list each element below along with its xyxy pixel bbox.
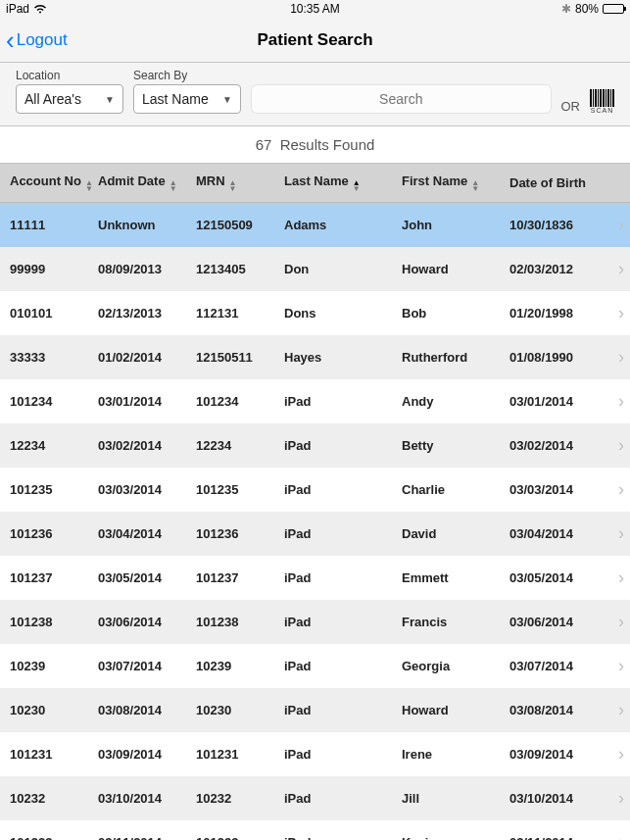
col-last-name[interactable]: Last Name▲▼	[284, 173, 402, 192]
cell-admit: 03/02/2014	[98, 438, 196, 453]
chevron-left-icon: ‹	[6, 27, 15, 53]
cell-dob: 03/09/2014	[509, 747, 612, 762]
cell-admit: 03/09/2014	[98, 747, 196, 762]
cell-account: 101237	[10, 570, 98, 585]
cell-mrn: 101231	[196, 747, 284, 762]
location-value: All Area's	[24, 91, 81, 107]
cell-last: iPad	[284, 703, 402, 717]
cell-account: 11111	[10, 218, 98, 232]
cell-account: 101231	[10, 747, 98, 762]
cell-mrn: 10230	[196, 703, 284, 717]
logout-button[interactable]: ‹ Logout	[0, 27, 68, 53]
table-row[interactable]: 101231 03/09/2014 101231 iPad Irene 03/0…	[0, 732, 630, 776]
table-row[interactable]: 11111 Unknown 12150509 Adams John 10/30/…	[0, 203, 630, 247]
table-row[interactable]: 101234 03/01/2014 101234 iPad Andy 03/01…	[0, 379, 630, 423]
col-dob[interactable]: Date of Birth	[509, 175, 612, 190]
cell-admit: 03/07/2014	[98, 659, 196, 673]
searchby-label: Search By	[133, 69, 241, 82]
sort-icon: ▲▼	[170, 180, 177, 192]
cell-last: iPad	[284, 791, 402, 806]
cell-admit: 08/09/2013	[98, 262, 196, 276]
cell-dob: 10/30/1836	[509, 218, 612, 232]
back-label: Logout	[17, 30, 68, 50]
cell-admit: 02/13/2013	[98, 306, 196, 321]
caret-down-icon: ▼	[105, 94, 115, 105]
cell-dob: 03/01/2014	[509, 394, 612, 409]
col-account[interactable]: Account No▲▼	[10, 173, 98, 192]
cell-admit: 03/08/2014	[98, 703, 196, 717]
cell-account: 99999	[10, 262, 98, 276]
table-row[interactable]: 101235 03/03/2014 101235 iPad Charlie 03…	[0, 468, 630, 512]
or-label: OR	[561, 99, 581, 114]
caret-down-icon: ▼	[222, 94, 232, 105]
cell-first: Rutherford	[402, 350, 509, 365]
cell-admit: 03/10/2014	[98, 791, 196, 806]
sort-icon: ▲▼	[353, 180, 361, 192]
cell-dob: 03/10/2014	[509, 791, 612, 806]
cell-first: Francis	[402, 615, 509, 629]
chevron-right-icon: ›	[612, 832, 630, 840]
cell-first: Howard	[402, 262, 509, 276]
cell-account: 10230	[10, 703, 98, 717]
cell-dob: 03/04/2014	[509, 526, 612, 541]
cell-admit: 03/01/2014	[98, 394, 196, 409]
col-admit-date[interactable]: Admit Date▲▼	[98, 173, 196, 192]
col-mrn[interactable]: MRN▲▼	[196, 173, 284, 192]
cell-account: 10232	[10, 791, 98, 806]
cell-last: Adams	[284, 218, 402, 232]
table-row[interactable]: 101237 03/05/2014 101237 iPad Emmett 03/…	[0, 556, 630, 600]
clock: 10:35 AM	[290, 2, 340, 16]
cell-account: 12234	[10, 438, 98, 453]
table-row[interactable]: 10232 03/10/2014 10232 iPad Jill 03/10/2…	[0, 776, 630, 820]
cell-first: David	[402, 526, 509, 541]
battery-icon	[603, 4, 624, 14]
results-number: 67	[256, 136, 272, 153]
results-count: 67 Results Found	[0, 126, 630, 164]
search-input[interactable]	[251, 84, 552, 114]
table-row[interactable]: 101238 03/06/2014 101238 iPad Francis 03…	[0, 600, 630, 644]
searchby-dropdown[interactable]: Last Name ▼	[133, 84, 241, 114]
cell-admit: 03/03/2014	[98, 482, 196, 497]
chevron-right-icon: ›	[612, 700, 630, 720]
cell-last: iPad	[284, 482, 402, 497]
cell-dob: 03/07/2014	[509, 659, 612, 673]
table-row[interactable]: 33333 01/02/2014 12150511 Hayes Rutherfo…	[0, 335, 630, 379]
table-row[interactable]: 010101 02/13/2013 112131 Dons Bob 01/20/…	[0, 291, 630, 335]
sort-icon: ▲▼	[471, 180, 479, 192]
cell-first: Andy	[402, 394, 509, 409]
table-row[interactable]: 12234 03/02/2014 12234 iPad Betty 03/02/…	[0, 423, 630, 468]
col-first-name[interactable]: First Name▲▼	[402, 173, 509, 192]
cell-dob: 03/02/2014	[509, 438, 612, 453]
cell-first: Jill	[402, 791, 509, 806]
scan-button[interactable]: SCAN	[590, 89, 614, 114]
chevron-right-icon: ›	[612, 612, 630, 632]
cell-first: Bob	[402, 306, 509, 321]
cell-dob: 03/05/2014	[509, 570, 612, 585]
cell-mrn: 1213405	[196, 262, 284, 276]
results-suffix: Results Found	[280, 136, 375, 153]
chevron-right-icon: ›	[612, 656, 630, 676]
status-bar: iPad 10:35 AM ✱ 80%	[0, 0, 630, 18]
cell-first: Charlie	[402, 482, 509, 497]
table-row[interactable]: 101233 03/11/2014 101233 iPad Kevin 03/1…	[0, 820, 630, 840]
cell-account: 101234	[10, 394, 98, 409]
table-row[interactable]: 10239 03/07/2014 10239 iPad Georgia 03/0…	[0, 644, 630, 688]
cell-last: iPad	[284, 570, 402, 585]
cell-admit: 03/05/2014	[98, 570, 196, 585]
chevron-right-icon: ›	[612, 479, 630, 500]
table-row[interactable]: 99999 08/09/2013 1213405 Don Howard 02/0…	[0, 247, 630, 291]
cell-admit: 01/02/2014	[98, 350, 196, 365]
table-row[interactable]: 101236 03/04/2014 101236 iPad David 03/0…	[0, 512, 630, 556]
cell-mrn: 12150509	[196, 218, 284, 232]
cell-first: Betty	[402, 438, 509, 453]
table-body: 11111 Unknown 12150509 Adams John 10/30/…	[0, 203, 630, 840]
table-row[interactable]: 10230 03/08/2014 10230 iPad Howard 03/08…	[0, 688, 630, 732]
cell-dob: 02/03/2012	[509, 262, 612, 276]
chevron-right-icon: ›	[612, 744, 630, 765]
cell-mrn: 10232	[196, 791, 284, 806]
chevron-right-icon: ›	[612, 259, 630, 279]
cell-account: 101233	[10, 835, 98, 840]
cell-mrn: 112131	[196, 306, 284, 321]
cell-last: iPad	[284, 659, 402, 673]
location-dropdown[interactable]: All Area's ▼	[16, 84, 123, 114]
